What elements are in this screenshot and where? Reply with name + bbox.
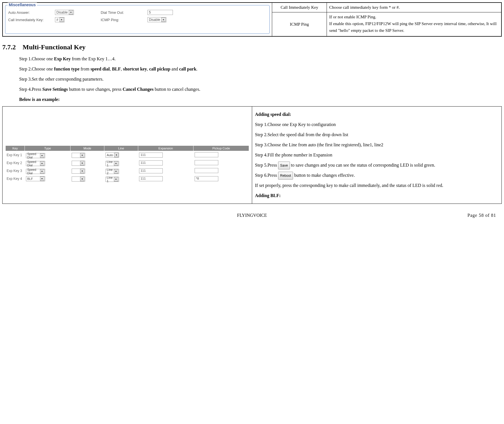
step-2-m4: , xyxy=(147,67,149,71)
exp-key-screenshot-cell: Key Type Mode Line Expansion Pickup Code… xyxy=(3,107,252,204)
exp-key-label: Exp Key 2 xyxy=(6,159,25,167)
type-value: BLF xyxy=(27,177,33,180)
save-button[interactable]: Save xyxy=(278,162,290,169)
step-2-b5: call pickup xyxy=(149,67,170,71)
adding-step-1: Step 1.Choose one Exp Key to configurati… xyxy=(255,120,499,129)
step-2-m5: and xyxy=(170,67,179,71)
top-parameter-table: Miscellaneous Auto Answer: Disable ▼ Dia… xyxy=(2,2,502,37)
step-4-b1: Save Settings xyxy=(42,87,68,92)
chevron-down-icon: ▼ xyxy=(114,177,118,182)
mode-select[interactable]: ▼ xyxy=(72,176,85,182)
steps-block: Step 1.Choose one Exp Key from the Exp K… xyxy=(19,56,502,103)
line-select[interactable]: Line 1▼ xyxy=(105,161,119,166)
type-select[interactable]: Speed Dial▼ xyxy=(26,161,45,166)
adding-s5-pre: Step 5.Press xyxy=(255,163,278,167)
footer-brand: FLYINGVOICE xyxy=(237,213,267,218)
misc-legend: Miscellaneous xyxy=(8,3,37,7)
table-row: Exp Key 1 Speed Dial▼ ▼ Auto▼ 111 xyxy=(6,151,249,159)
col-mode: Mode xyxy=(71,146,104,151)
call-immediately-key-select[interactable]: # ▼ xyxy=(55,17,65,22)
exp-table-header: Key Type Mode Line Expansion Pickup Code xyxy=(6,146,249,151)
example-table: Key Type Mode Line Expansion Pickup Code… xyxy=(2,106,502,204)
type-value: Speed Dial xyxy=(27,160,39,167)
expansion-input[interactable]: 111 xyxy=(139,168,163,173)
adding-step-4: Step 4.Fill the phone number in Expansio… xyxy=(255,151,499,160)
line-select[interactable]: Auto▼ xyxy=(105,153,119,158)
icmp-ping-label: ICMP Ping: xyxy=(101,18,143,22)
expansion-input[interactable]: 111 xyxy=(139,160,163,165)
pickup-input[interactable]: *8 xyxy=(195,176,218,181)
auto-answer-label: Auto Answer: xyxy=(8,10,50,15)
auto-answer-select[interactable]: Disable ▼ xyxy=(55,10,74,15)
chevron-down-icon: ▼ xyxy=(80,177,84,181)
reboot-button[interactable]: Reboot xyxy=(278,172,293,180)
page-footer: FLYINGVOICE Page 58 of 81 xyxy=(2,213,502,220)
chevron-down-icon: ▼ xyxy=(40,161,44,166)
footer-page-number: Page 58 of 81 xyxy=(468,213,496,218)
adding-s6-pre: Step 6.Press xyxy=(255,173,278,178)
step-3: Step 3.Set the other corresponding param… xyxy=(19,76,502,83)
line-select[interactable]: Line 2▼ xyxy=(105,169,119,174)
expansion-input[interactable]: 111 xyxy=(139,153,163,158)
call-immediately-key-label: Call Immediately Key: xyxy=(8,18,50,22)
adding-note: If set properly, press the corresponding… xyxy=(255,181,499,190)
col-expansion: Expansion xyxy=(138,146,193,151)
pickup-input[interactable] xyxy=(195,168,218,173)
icmp-ping-select[interactable]: Disable ▼ xyxy=(148,17,166,22)
col-type: Type xyxy=(25,146,71,151)
pickup-input[interactable] xyxy=(195,152,218,157)
step-2-m2: , xyxy=(110,67,112,71)
dial-timeout-label: Dial Time Out: xyxy=(101,10,143,15)
exp-key-label: Exp Key 1 xyxy=(6,151,25,159)
exp-key-label: Exp Key 4 xyxy=(6,175,25,183)
step-2-b4: shortcut key xyxy=(123,67,147,71)
type-value: Speed Dial xyxy=(27,168,39,175)
step-1-bold: Exp Key xyxy=(54,56,71,61)
section-number: 7.7.2 xyxy=(2,43,16,51)
step-2-b2: speed dial xyxy=(91,67,110,71)
type-select[interactable]: BLF▼ xyxy=(26,176,45,181)
adding-step-2: Step 2.Select the speed dial from the dr… xyxy=(255,130,499,139)
col-pickup: Pickup Code xyxy=(193,146,249,151)
exp-key-label: Exp Key 3 xyxy=(6,167,25,175)
param-name-icmp: ICMP Ping xyxy=(272,12,327,36)
misc-fieldset: Miscellaneous Auto Answer: Disable ▼ Dia… xyxy=(5,5,270,34)
mode-select[interactable]: ▼ xyxy=(72,169,85,174)
exp-key-table: Key Type Mode Line Expansion Pickup Code… xyxy=(5,145,249,183)
dial-timeout-input[interactable]: 5 xyxy=(148,10,173,15)
table-row: Exp Key 3 Speed Dial▼ ▼ Line 2▼ 111 xyxy=(6,167,249,175)
step-2-m1: from xyxy=(80,67,91,71)
chevron-down-icon: ▼ xyxy=(161,17,166,22)
type-select[interactable]: Speed Dial▼ xyxy=(26,153,45,158)
type-value: Speed Dial xyxy=(27,152,39,159)
adding-step-6: Step 6.Press Reboot button to make chang… xyxy=(255,171,499,180)
line-value: Auto xyxy=(107,153,113,157)
chevron-down-icon: ▼ xyxy=(40,153,44,158)
line-value: Line 2 xyxy=(107,168,113,175)
step-1-pre: Step 1.Choose one xyxy=(19,56,54,61)
chevron-down-icon: ▼ xyxy=(114,161,118,166)
table-row: Exp Key 4 BLF▼ ▼ Line 1▼ 111 *8 xyxy=(6,175,249,183)
chevron-down-icon: ▼ xyxy=(40,169,44,174)
step-1-post: from the Exp Key 1…4. xyxy=(71,56,116,61)
adding-speed-dial-title: Adding speed dial: xyxy=(255,112,291,117)
adding-blf-title: Adding BLF: xyxy=(255,193,281,198)
chevron-down-icon: ▼ xyxy=(80,169,84,173)
step-4-mid: button to save changes, press xyxy=(68,87,122,92)
col-line: Line xyxy=(104,146,138,151)
mode-select[interactable]: ▼ xyxy=(72,153,85,158)
chevron-down-icon: ▼ xyxy=(114,153,118,157)
expansion-input[interactable]: 111 xyxy=(139,176,163,181)
pickup-input[interactable] xyxy=(195,160,218,165)
line-select[interactable]: Line 1▼ xyxy=(105,177,119,182)
adding-step-5: Step 5.Press Save to save changes and yo… xyxy=(255,161,499,170)
type-select[interactable]: Speed Dial▼ xyxy=(26,169,45,174)
chevron-down-icon: ▼ xyxy=(114,169,118,174)
chevron-down-icon: ▼ xyxy=(60,17,64,22)
step-2-m3: , xyxy=(121,67,123,71)
below-example-bold: Below is an example: xyxy=(19,97,60,102)
step-1: Step 1.Choose one Exp Key from the Exp K… xyxy=(19,56,502,62)
line-value: Line 1 xyxy=(107,160,113,167)
step-2-b3: BLF xyxy=(112,67,121,71)
mode-select[interactable]: ▼ xyxy=(72,161,85,166)
